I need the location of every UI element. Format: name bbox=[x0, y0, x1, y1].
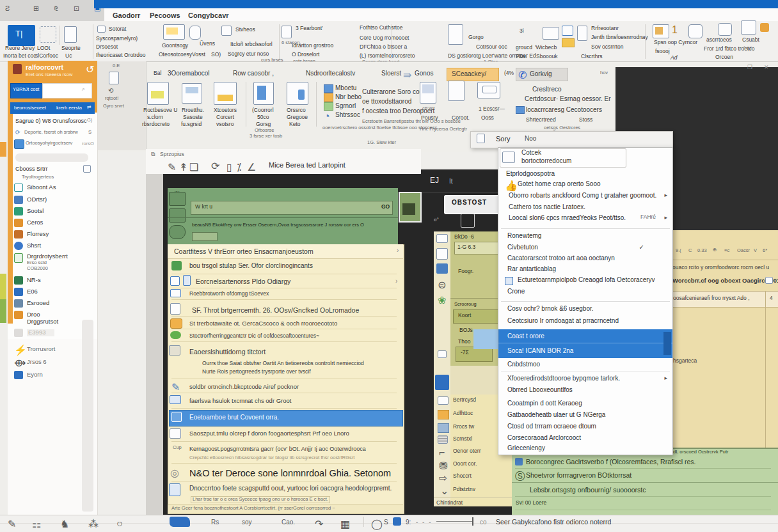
mini-row-9[interactable]: Chintindrat bbox=[436, 500, 463, 506]
backstage-scrollbar[interactable] bbox=[82, 320, 93, 512]
backstage-item-8[interactable]: E06 bbox=[27, 288, 38, 295]
backstage-item-9[interactable]: Esrooed bbox=[27, 300, 49, 307]
image-icon[interactable]: ▦ bbox=[340, 518, 350, 530]
mini-rail-icon-4[interactable]: ⊜ bbox=[438, 279, 446, 291]
rp-tool-4[interactable]: ⊕ bbox=[713, 247, 717, 253]
green-tool1-icon[interactable] bbox=[169, 192, 186, 206]
menu-item-12[interactable]: Cosv ochr? brnok &6 usegbor. bbox=[498, 305, 672, 312]
shape-tool-icon[interactable] bbox=[221, 26, 232, 36]
r2-header-4[interactable]: Sloerst bbox=[381, 70, 401, 77]
menu-item-19[interactable]: Cooatmpin d oott Keraoeg bbox=[498, 400, 672, 407]
grid-icon[interactable]: ⊞ bbox=[33, 4, 39, 13]
rp-header-cell[interactable]: oosafcenieraefi froo rrysxt Ado , bbox=[673, 295, 750, 302]
refresh-doc-icon[interactable] bbox=[577, 26, 587, 41]
window-icon[interactable] bbox=[562, 26, 573, 36]
doc-row-9[interactable]: faerlsva hsulok txcmnat chs odr Groot bbox=[189, 398, 291, 405]
green-search-field[interactable] bbox=[191, 201, 393, 215]
doc-row-6[interactable]: Stoctrorfherringgeantctr Dic of oofdoeso… bbox=[189, 333, 319, 340]
mini-row-6[interactable]: Ooort cor. bbox=[453, 461, 477, 467]
backstage-item-7[interactable]: NR-s bbox=[27, 277, 41, 284]
mini-olive-t[interactable]: Thoo bbox=[458, 339, 470, 345]
share-icon[interactable]: ↷ bbox=[315, 518, 323, 530]
gp-row-1[interactable]: Borocongrec Gaclrtsverbo f (Olcosremface… bbox=[526, 458, 696, 465]
mini-olive-b[interactable]: BOJs bbox=[459, 327, 473, 334]
clipboard-icon[interactable] bbox=[741, 20, 756, 35]
doc-row-11[interactable]: Saoszput.tmlu olcrep f doron foogaortesp… bbox=[189, 430, 349, 437]
undo-icon[interactable]: Ƨ bbox=[5, 4, 10, 12]
doc-row-8[interactable]: soldbr ortncinch.bkcptcode Airef pocknor bbox=[189, 384, 299, 391]
spray-icon[interactable]: ⁂ bbox=[88, 518, 99, 530]
yellow-swatch-icon[interactable] bbox=[562, 38, 575, 47]
menu-item-11[interactable]: Crone bbox=[498, 288, 672, 295]
mini-row-3[interactable]: Rrocs tw bbox=[453, 424, 474, 430]
backstage-item-13[interactable]: Jrsos 6 bbox=[27, 359, 47, 366]
rp-tool-5[interactable]: ≡c bbox=[724, 248, 729, 254]
go-label[interactable]: GO bbox=[381, 204, 390, 210]
person-icon[interactable] bbox=[189, 26, 201, 40]
select-tool-icon[interactable] bbox=[40, 26, 56, 43]
r2-list-2[interactable]: Nbr bebo bbox=[335, 93, 361, 101]
mini-bracket-icon[interactable] bbox=[461, 214, 475, 228]
zoom-slider-track[interactable] bbox=[436, 521, 473, 522]
mini-rail-icon-5[interactable] bbox=[438, 350, 447, 358]
menu-item-8[interactable]: Cacatorarscot trotoo art aoa ooctanyn bbox=[498, 254, 672, 262]
restore-icon[interactable]: ❐ bbox=[747, 64, 752, 70]
green-stub-field[interactable] bbox=[192, 232, 218, 241]
rp-tool-7[interactable]: V bbox=[754, 248, 757, 254]
status-soy[interactable]: soy bbox=[242, 519, 252, 526]
rp-tool-6[interactable]: Oacsr bbox=[737, 248, 750, 254]
mini-flower-icon[interactable]: ❀ bbox=[438, 294, 446, 306]
status-s[interactable]: S bbox=[384, 519, 388, 526]
mini-menu[interactable]: It bbox=[449, 178, 453, 185]
r2-header-3[interactable]: Nsdroorltecalostv bbox=[306, 70, 355, 77]
mini-blue-grid-icon[interactable] bbox=[435, 375, 449, 390]
mini-rail-icon-3[interactable] bbox=[436, 263, 448, 274]
pencil-icon[interactable]: ✎ bbox=[168, 161, 176, 173]
backstage-item-1[interactable]: ODrtsr) bbox=[27, 196, 47, 203]
mini-row-7[interactable]: Shoccrt bbox=[453, 473, 472, 480]
row-2-chevron[interactable] bbox=[395, 278, 397, 285]
gp-row-3[interactable]: Lebsbr.ortsgstg onfbournig/ suoooorstc bbox=[530, 486, 646, 494]
page-tool-icon[interactable] bbox=[64, 26, 77, 43]
document-icon[interactable] bbox=[282, 26, 292, 38]
refresh-icon[interactable]: ⟳ bbox=[211, 160, 219, 172]
gp-row-2[interactable]: Shoetvror forrragrveron BOtktorrsat bbox=[526, 471, 631, 479]
mini-row-5[interactable]: Oenor oterr bbox=[453, 448, 480, 455]
menu-item-14-selected[interactable]: Coast t orore bbox=[498, 329, 672, 343]
submenu-handle[interactable] bbox=[663, 332, 671, 355]
blue-blob-icon[interactable] bbox=[170, 517, 190, 527]
tab-insert[interactable]: Pecoows bbox=[150, 12, 180, 20]
rp-tool-8[interactable]: 6* bbox=[763, 248, 767, 254]
table-icon[interactable]: ⚏ bbox=[32, 518, 41, 530]
menu-item-2[interactable]: Gotet home crap orerto Sooo bbox=[498, 180, 672, 187]
menu-item-16[interactable]: Cnbdstmoo bbox=[498, 361, 672, 368]
angle-icon[interactable]: ∠ bbox=[247, 161, 256, 173]
backstage-item-2[interactable]: Sootsl bbox=[27, 208, 44, 215]
upload-icon[interactable]: ↟ bbox=[179, 161, 187, 173]
backstage-row-2[interactable]: Deporte, fserst oh srsbrw bbox=[24, 130, 78, 136]
backstage-item-3[interactable]: Ceros bbox=[27, 219, 43, 226]
shape-icon[interactable]: ♞ bbox=[60, 518, 69, 530]
backstage-filter-input[interactable] bbox=[15, 153, 88, 162]
r2-outline-icon[interactable] bbox=[448, 81, 464, 101]
r2-button-3[interactable] bbox=[214, 82, 237, 105]
pen-icon[interactable]: ✎ bbox=[8, 518, 16, 530]
r2-header-2[interactable]: Row caosobr , bbox=[233, 70, 274, 77]
panel-header-chevron[interactable] bbox=[397, 247, 399, 254]
circle-icon[interactable]: ○ bbox=[116, 518, 123, 529]
rail-rotate-icon[interactable]: ⟲ bbox=[108, 87, 113, 94]
menu-item-21[interactable]: Ctosd od trrram ocraeoe dtoum bbox=[498, 423, 672, 430]
r2-list-1[interactable]: Mboetu bbox=[335, 84, 356, 92]
zoom-dot-icon[interactable] bbox=[393, 517, 401, 526]
status-cao[interactable]: Cao. bbox=[282, 519, 295, 526]
menu-item-9[interactable]: Rar antarticablag bbox=[498, 265, 672, 272]
doc-row-7[interactable]: Eaoerslshuttidorng titctort bbox=[189, 348, 266, 356]
bar-icon[interactable]: ▯ bbox=[226, 161, 232, 173]
frame-select-icon[interactable]: ❏ bbox=[189, 161, 198, 173]
green-tool2-icon[interactable] bbox=[169, 208, 186, 223]
refresh-circle-icon[interactable]: ↺ bbox=[86, 63, 94, 75]
backstage-item-14[interactable]: Eyorn bbox=[27, 372, 43, 379]
tab-home[interactable]: Gaodorr bbox=[113, 12, 140, 20]
gp-row-4[interactable]: Sv! 00 Loere bbox=[516, 500, 546, 506]
menu-item-7[interactable]: Civbetuton bbox=[498, 244, 672, 251]
